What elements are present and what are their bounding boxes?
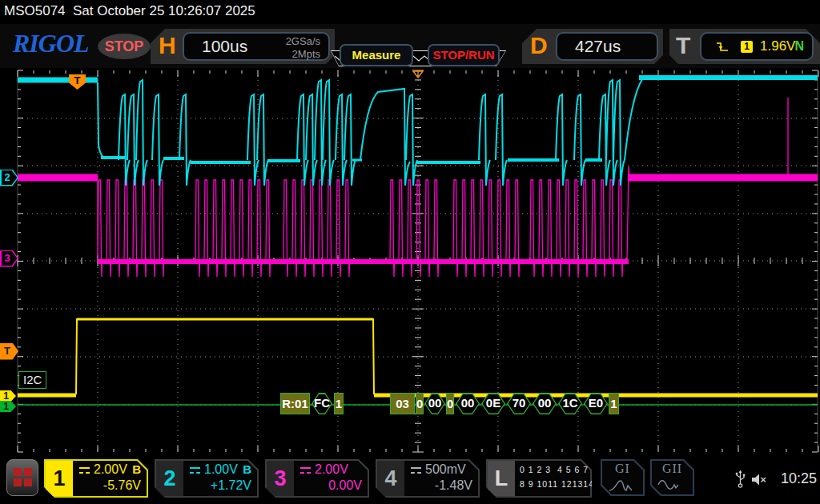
- dc-coupling-icon: [79, 467, 90, 474]
- decode-type-label[interactable]: I2C: [18, 371, 46, 389]
- channel-1-number: 1: [46, 461, 73, 496]
- decode-addr-ack-frame: 0: [446, 393, 454, 414]
- timebase-box[interactable]: 100us 2GSa/s 2Mpts: [183, 32, 330, 61]
- run-state-indicator: STOP: [98, 34, 151, 59]
- delay-label: D: [530, 32, 548, 59]
- trigger-level-value: 1.96V: [760, 38, 795, 54]
- la-plate: L: [488, 461, 515, 496]
- channel-3-number: 3: [267, 461, 294, 496]
- trigger-menu[interactable]: T 1 1.96V N: [669, 29, 820, 64]
- falling-edge-icon: [716, 41, 730, 53]
- logic-analyzer-box[interactable]: L 0 1 2 3 4 5 6 7 8 9 1011 12131415: [486, 459, 592, 498]
- bandwidth-limit-flag: B: [243, 462, 251, 476]
- usb-icon: [734, 470, 746, 489]
- memory-depth: 2Mpts: [286, 48, 320, 61]
- decode-addr-ack-frame: 0: [416, 393, 424, 414]
- bandwidth-limit-flag: B: [132, 462, 141, 476]
- decode-addr-ack-frame: R:01: [280, 393, 310, 414]
- gen1-ramp-icon: [609, 478, 636, 492]
- delay-box[interactable]: 427us: [556, 32, 658, 61]
- gen1-label: GI: [601, 462, 645, 476]
- system-clock: 10:25: [781, 470, 817, 487]
- dc-coupling-icon: [411, 467, 421, 474]
- menu-grid-icon: [14, 468, 22, 476]
- channel-2-number: 2: [156, 461, 183, 496]
- oscilloscope-screen: MSO5074 Sat October 25 10:26:07 2025 RIG…: [0, 0, 820, 504]
- decode-addr-ack-frame: 1: [609, 393, 619, 414]
- trigger-source-badge: 1: [741, 41, 753, 53]
- channel-1-scale: 2.00V: [94, 462, 127, 476]
- channel-4-offset: -1.48V: [435, 478, 472, 493]
- gen2-label: GII: [650, 462, 694, 476]
- horizontal-label: H: [159, 32, 176, 59]
- menu-tile-button[interactable]: [6, 459, 38, 496]
- channel-4-number: 4: [377, 461, 404, 496]
- channel-1-offset: -5.76V: [103, 478, 141, 493]
- la-digits-row1: 0 1 2 3 4 5 6 7: [520, 465, 589, 474]
- gen2-box[interactable]: GII: [650, 459, 694, 496]
- gen1-box[interactable]: GI: [601, 459, 645, 496]
- channel-1-box[interactable]: 12.00VB-5.76V: [44, 459, 148, 498]
- stop-run-button[interactable]: STOP/RUN: [428, 44, 500, 66]
- delay-menu[interactable]: D 427us: [522, 29, 663, 64]
- decode-addr-ack-frame: 1: [334, 393, 344, 414]
- measure-button[interactable]: Measure: [340, 44, 413, 66]
- sample-rate: 2GSa/s: [286, 35, 320, 48]
- channel-4-box[interactable]: 4500mV-1.48V: [376, 459, 480, 498]
- dc-coupling-icon: [190, 467, 200, 474]
- dc-coupling-icon: [300, 467, 311, 474]
- header-bar: RIGOL STOP H 100us 2GSa/s 2Mpts Measure …: [0, 24, 820, 68]
- channel-3-box[interactable]: 32.00V0.00V: [265, 459, 369, 498]
- speaker-muted-icon: [751, 473, 767, 486]
- model-and-datetime: MSO5074 Sat October 25 10:26:07 2025: [0, 0, 820, 24]
- decode-addr-ack-frame: 03: [390, 393, 415, 414]
- bottom-status-bar: 12.00VB-5.76V21.00VB+1.72V32.00V0.00V450…: [0, 456, 820, 504]
- waveform-display-area: R:01FC1030000000E70001CE01 23T11 T I2C: [0, 68, 820, 456]
- delay-value: 427us: [575, 37, 621, 56]
- trigger-label: T: [676, 32, 690, 59]
- channel-2-offset: +1.72V: [211, 478, 251, 493]
- timebase-value: 100us: [202, 37, 247, 56]
- la-digits-row2: 8 9 1011 12131415: [520, 479, 605, 489]
- channel-4-scale: 500mV: [425, 462, 466, 476]
- channel-3-offset: 0.00V: [328, 478, 362, 493]
- trigger-box[interactable]: 1 1.96V N: [700, 32, 814, 61]
- channel-2-box[interactable]: 21.00VB+1.72V: [155, 459, 259, 498]
- trigger-sweep-mode: N: [794, 39, 804, 54]
- channel-3-scale: 2.00V: [315, 462, 348, 476]
- rigol-logo: RIGOL: [13, 29, 89, 58]
- gen2-sine-icon: [657, 478, 684, 492]
- horizontal-menu[interactable]: H 100us 2GSa/s 2Mpts: [151, 29, 335, 64]
- channel-2-scale: 1.00V: [204, 462, 238, 476]
